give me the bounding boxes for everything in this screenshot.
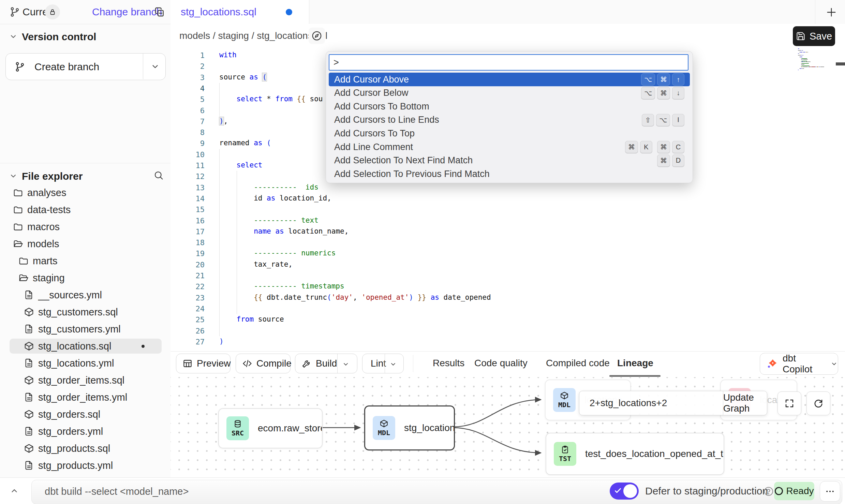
file-name: stg_products.yml	[38, 460, 113, 471]
update-graph-button[interactable]: Update Graph	[723, 391, 767, 415]
cube-icon	[24, 307, 34, 317]
lineage-node-stg-locations[interactable]: MDLstg_locations	[364, 405, 455, 450]
indent-guide	[219, 149, 220, 336]
command-item-add-cursors-to-top[interactable]: Add Cursors To Top	[329, 127, 690, 140]
clipboard-check-icon	[561, 445, 569, 454]
code-line: select * from {{ sou	[219, 95, 323, 103]
command-item-add-cursor-above[interactable]: Add Cursor Above⌥⌘↑	[329, 73, 690, 86]
refresh-button[interactable]	[806, 391, 830, 415]
dbt-copilot-button[interactable]: dbt Copilot	[760, 353, 838, 375]
change-branch-link[interactable]: Change branch	[92, 6, 162, 18]
command-item-add-selection-to-all-find-matches[interactable]: Add Selection To All Find Matches	[329, 181, 690, 183]
folder-open-icon	[13, 239, 23, 249]
command-label: Add Cursors to Line Ends	[334, 115, 637, 125]
file-row-stg-customers-sql[interactable]: stg_customers.sql	[0, 303, 171, 321]
branch-bar: Current Change branch	[0, 0, 171, 24]
code-line: with	[219, 51, 237, 59]
code-token: location_id,	[275, 194, 331, 202]
git-branch-icon	[15, 61, 26, 72]
code-token: (	[262, 73, 267, 81]
navigate-button[interactable]	[309, 28, 325, 44]
command-item-add-cursors-to-line-ends[interactable]: Add Cursors to Line Ends⇧⌥I	[329, 113, 690, 127]
node-badge: MDL	[553, 388, 576, 412]
shortcut-group: ⌥⌘↓	[641, 87, 684, 99]
minimap-line	[802, 68, 804, 69]
command-item-add-cursors-to-bottom[interactable]: Add Cursors To Bottom	[329, 100, 690, 113]
file-explorer-section-header[interactable]: File explorer	[0, 163, 171, 187]
file-row-stg-orders-sql[interactable]: stg_orders.sql	[0, 406, 171, 423]
minimap-line	[807, 52, 808, 53]
command-item-add-selection-to-next-find-match[interactable]: Add Selection To Next Find Match⌘D	[329, 154, 690, 167]
file-row-stg-locations-yml[interactable]: stg_locations.yml	[0, 355, 171, 372]
more-options-button[interactable]	[820, 481, 840, 502]
chevron-down-icon[interactable]	[150, 62, 160, 71]
command-item-add-cursor-below[interactable]: Add Cursor Below⌥⌘↓	[329, 86, 690, 100]
database-icon	[233, 419, 242, 428]
ellipsis-icon	[825, 486, 835, 496]
file-row-models[interactable]: models	[0, 235, 171, 252]
new-tab-button[interactable]	[825, 5, 838, 19]
line-number: 12	[171, 172, 205, 181]
file-row-stg-products-sql[interactable]: stg_products.sql	[0, 440, 171, 457]
file-name: stg_order_items.yml	[38, 392, 127, 403]
file-row-macros[interactable]: macros	[0, 218, 171, 235]
file-row-stg-locations-sql[interactable]: stg_locations.sql	[0, 338, 171, 355]
chevron-up-icon[interactable]	[10, 486, 19, 495]
cube-icon	[24, 375, 34, 385]
folder-open-icon	[18, 273, 29, 283]
lineage-node-test-node[interactable]: TSTtest_does_location_opened_at_trunc_t.…	[546, 433, 724, 475]
file-row-data-tests[interactable]: data-tests	[0, 201, 171, 218]
tab-stg-locations[interactable]: stg_locations.sql	[171, 0, 309, 24]
badge-label: SRC	[232, 429, 244, 437]
line-number: 24	[171, 305, 205, 313]
copy-icon[interactable]	[154, 6, 165, 17]
file-row-stg-customers-yml[interactable]: stg_customers.yml	[0, 321, 171, 338]
file-row-marts[interactable]: marts	[0, 252, 171, 269]
editor-minimap[interactable]	[798, 48, 843, 72]
help-icon[interactable]	[763, 486, 774, 497]
command-item-add-selection-to-previous-find-match[interactable]: Add Selection To Previous Find Match	[329, 167, 690, 181]
search-icon[interactable]	[153, 170, 164, 180]
code-token: )	[219, 337, 224, 345]
preview-button[interactable]: Preview	[176, 354, 231, 373]
node-badge: SRC	[226, 416, 249, 440]
file-row-stg-order-items-yml[interactable]: stg_order_items.yml	[0, 389, 171, 406]
create-branch-button[interactable]: Create branch	[5, 53, 166, 80]
code-token: dbt.date_trunc	[262, 293, 327, 301]
tab-code-quality[interactable]: Code quality	[474, 358, 528, 369]
file-row-stg-orders-yml[interactable]: stg_orders.yml	[0, 423, 171, 440]
command-item-add-line-comment[interactable]: Add Line Comment⌘K⌘C	[329, 140, 690, 154]
tab-results[interactable]: Results	[433, 358, 464, 369]
tab-compiled-code[interactable]: Compiled code	[546, 358, 610, 369]
command-palette-input[interactable]	[329, 54, 688, 71]
file-row-analyses[interactable]: analyses	[0, 184, 171, 201]
file-row-staging[interactable]: staging	[0, 269, 171, 286]
compile-button[interactable]: Compile	[236, 354, 291, 373]
tab-lineage[interactable]: Lineage	[617, 358, 653, 369]
code-line: ---------- timestamps	[219, 282, 344, 290]
minimap-slider[interactable]	[836, 62, 845, 65]
sidebar: Current Change branch Version control Cr…	[0, 0, 171, 477]
minimap-line	[798, 48, 799, 49]
fullscreen-button[interactable]	[777, 391, 801, 415]
code-token: *	[262, 95, 275, 103]
chevron-down-icon[interactable]	[342, 360, 350, 368]
build-button[interactable]: Build	[295, 354, 357, 373]
save-button[interactable]: Save	[793, 26, 835, 46]
defer-toggle[interactable]	[610, 483, 639, 500]
file-row--sources-yml[interactable]: __sources.yml	[0, 286, 171, 303]
lineage-selector-input[interactable]	[579, 391, 723, 415]
file-row-stg-order-items-sql[interactable]: stg_order_items.sql	[0, 372, 171, 389]
node-badge: TST	[554, 442, 576, 466]
keycap: ⌘	[657, 87, 670, 99]
status-badge[interactable]: Ready	[774, 482, 814, 500]
lineage-node-raw-stores[interactable]: SRCecom.raw_stores	[218, 408, 323, 448]
code-token: 'opened_at'	[361, 293, 409, 301]
file-name: data-tests	[27, 204, 71, 216]
lint-button[interactable]: Lint	[362, 354, 404, 373]
chevron-down-icon[interactable]	[389, 360, 397, 368]
minimap-line	[801, 50, 801, 51]
version-control-section-header[interactable]: Version control	[0, 24, 171, 50]
file-row-stg-products-yml[interactable]: stg_products.yml	[0, 457, 171, 474]
cli-command-text: dbt build --select <model_name>	[45, 486, 189, 497]
